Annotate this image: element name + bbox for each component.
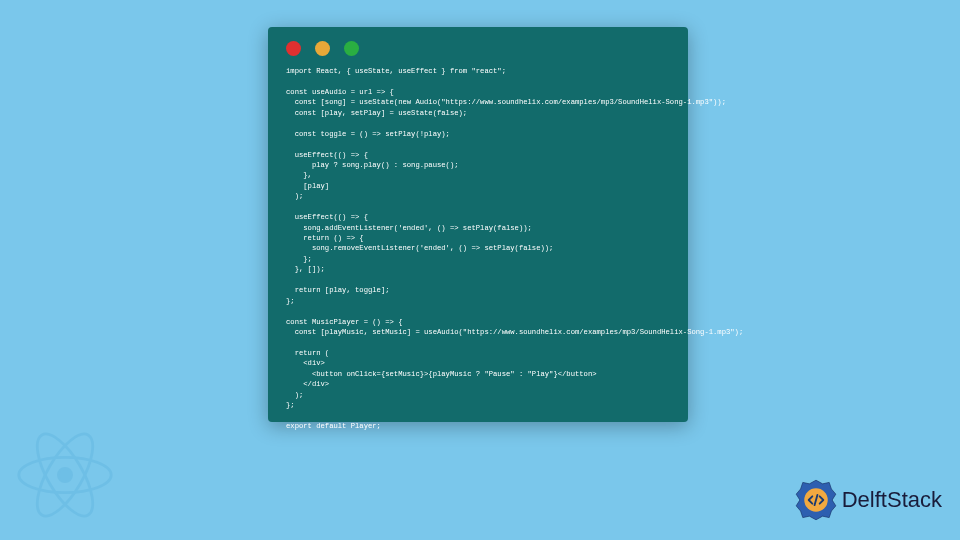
maximize-icon [344, 41, 359, 56]
code-block: import React, { useState, useEffect } fr… [268, 56, 688, 443]
minimize-icon [315, 41, 330, 56]
code-window: import React, { useState, useEffect } fr… [268, 27, 688, 422]
window-controls [268, 27, 688, 56]
svg-point-3 [58, 468, 71, 481]
delftstack-logo: DelftStack [794, 478, 942, 522]
close-icon [286, 41, 301, 56]
react-atom-icon [10, 420, 120, 530]
brand-name: DelftStack [842, 487, 942, 513]
delftstack-badge-icon [794, 478, 838, 522]
